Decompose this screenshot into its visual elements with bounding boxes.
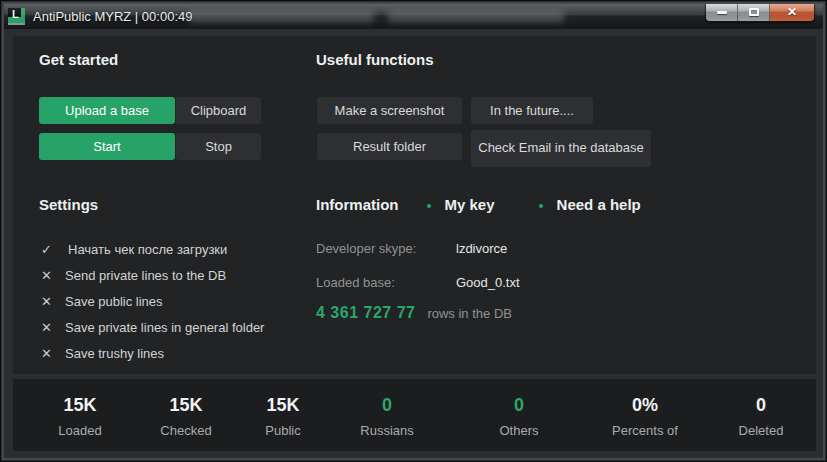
settings-item-start-check-after-load[interactable]: ✓ Начать чек после загрузки	[39, 236, 227, 262]
settings-item-label: Save trushy lines	[65, 346, 164, 361]
stop-button[interactable]: Stop	[176, 133, 261, 160]
stat-value: 15K	[160, 395, 211, 416]
stat-deleted: 0 Deleted	[739, 395, 784, 438]
loaded-base-value: Good_0.txt	[456, 275, 520, 290]
titlebar[interactable]: L AntiPublic MYRZ | 00:00:49 ✕	[4, 4, 823, 29]
stat-value: 0	[499, 395, 538, 416]
useful-functions-heading: Useful functions	[316, 51, 434, 68]
main-panel: Get started Upload a base Clipboard Star…	[13, 36, 816, 374]
stat-label: Deleted	[739, 423, 784, 438]
in-the-future-button[interactable]: In the future....	[471, 97, 593, 124]
stat-percents: 0% Percents of	[612, 395, 678, 438]
maximize-icon	[749, 8, 759, 16]
close-icon: ✕	[787, 6, 797, 18]
settings-item-save-public-lines[interactable]: ✕ Save public lines	[39, 288, 163, 314]
maximize-button[interactable]	[738, 3, 770, 21]
my-key-link[interactable]: My key	[445, 196, 495, 213]
make-screenshot-button[interactable]: Make a screenshot	[317, 97, 462, 124]
settings-item-label: Save public lines	[65, 294, 163, 309]
dot-separator-icon	[539, 204, 543, 208]
stat-label: Public	[265, 423, 300, 438]
dot-separator-icon	[427, 204, 431, 208]
stat-others: 0 Others	[499, 395, 538, 438]
stat-public: 15K Public	[265, 395, 300, 438]
check-email-button[interactable]: Check Email in the database	[471, 130, 651, 167]
start-button[interactable]: Start	[39, 133, 175, 160]
stat-checked: 15K Checked	[160, 395, 211, 438]
settings-item-save-trushy-lines[interactable]: ✕ Save trushy lines	[39, 340, 164, 366]
stat-label: Checked	[160, 423, 211, 438]
stat-value: 0	[739, 395, 784, 416]
stat-label: Others	[499, 423, 538, 438]
settings-item-send-private-lines[interactable]: ✕ Send private lines to the DB	[39, 262, 226, 288]
loaded-base-row: Loaded base: Good_0.txt	[316, 275, 395, 290]
settings-item-label: Начать чек после загрузки	[68, 242, 227, 257]
cross-icon: ✕	[39, 346, 54, 361]
cross-icon: ✕	[39, 294, 54, 309]
settings-heading: Settings	[39, 196, 98, 213]
window-title: AntiPublic MYRZ | 00:00:49	[33, 9, 192, 24]
stat-value: 15K	[265, 395, 300, 416]
get-started-heading: Get started	[39, 51, 118, 68]
window-controls: ✕	[705, 3, 815, 22]
developer-skype-row: Developer skype: lzdivorce	[316, 241, 416, 256]
minimize-button[interactable]	[706, 3, 738, 21]
result-folder-button[interactable]: Result folder	[317, 133, 462, 160]
upload-base-button[interactable]: Upload a base	[39, 97, 175, 124]
app-logo-icon: L	[8, 8, 25, 25]
stat-value: 0	[360, 395, 413, 416]
redacted-title-text	[387, 11, 565, 22]
db-rows-suffix: rows in the DB	[427, 306, 512, 321]
stat-russians: 0 Russians	[360, 395, 413, 438]
minimize-icon	[717, 11, 727, 14]
app-logo-base-strip	[8, 23, 25, 25]
information-header: Information My key Need a help	[316, 196, 641, 213]
clipboard-button[interactable]: Clipboard	[176, 97, 261, 124]
information-heading: Information	[316, 196, 399, 213]
stat-label: Russians	[360, 423, 413, 438]
cross-icon: ✕	[39, 320, 54, 335]
developer-skype-value: lzdivorce	[456, 241, 507, 256]
check-icon: ✓	[39, 242, 54, 257]
settings-item-label: Save private lines in general folder	[65, 320, 264, 335]
db-rows-count: 4 361 727 77	[316, 304, 415, 322]
close-button[interactable]: ✕	[770, 3, 814, 21]
stat-value: 0%	[612, 395, 678, 416]
db-rows-row: 4 361 727 77 rows in the DB	[316, 304, 512, 322]
stat-label: Percents of	[612, 423, 678, 438]
loaded-base-label: Loaded base:	[316, 275, 395, 290]
stat-value: 15K	[58, 395, 101, 416]
app-window: L AntiPublic MYRZ | 00:00:49 ✕ Get start…	[0, 0, 827, 462]
redacted-title-text	[187, 11, 375, 22]
settings-item-label: Send private lines to the DB	[65, 268, 226, 283]
settings-item-save-private-lines[interactable]: ✕ Save private lines in general folder	[39, 314, 264, 340]
app-logo-letter: L	[12, 8, 19, 21]
need-a-help-link[interactable]: Need a help	[557, 196, 641, 213]
cross-icon: ✕	[39, 268, 54, 283]
stats-bar: 15K Loaded 15K Checked 15K Public 0 Russ…	[13, 379, 816, 451]
developer-skype-label: Developer skype:	[316, 241, 416, 256]
stat-loaded: 15K Loaded	[58, 395, 101, 438]
stat-label: Loaded	[58, 423, 101, 438]
